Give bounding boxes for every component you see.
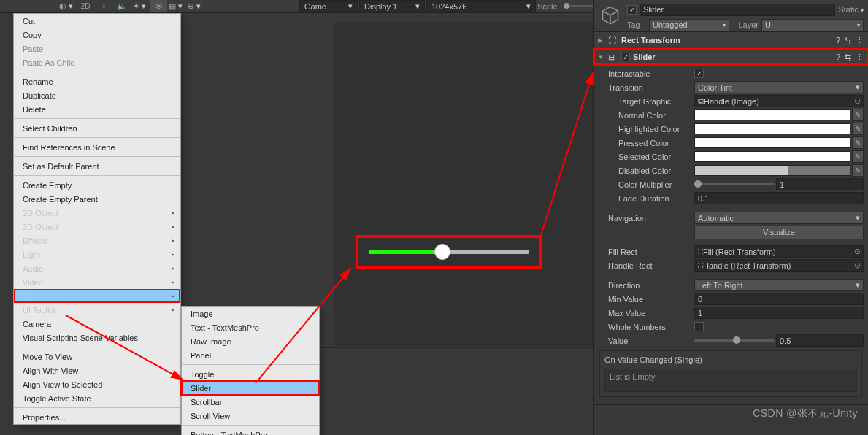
whole-numbers-checkbox[interactable] xyxy=(694,322,704,331)
menu-paste[interactable]: Paste xyxy=(14,42,180,55)
navigation-dropdown[interactable]: Automatic▾ xyxy=(694,212,864,224)
gameobject-icon[interactable] xyxy=(598,3,623,28)
menu-duplicate[interactable]: Duplicate xyxy=(14,88,180,102)
lighting-icon[interactable]: ♀ xyxy=(95,0,112,12)
navigation-label: Navigation xyxy=(598,214,691,223)
submenu-slider[interactable]: Slider xyxy=(182,381,319,395)
menu-rename[interactable]: Rename xyxy=(14,74,180,88)
menu-ui[interactable]: UI▸ xyxy=(14,289,180,303)
value-input[interactable] xyxy=(776,334,864,347)
game-tab-dropdown[interactable]: Game▾ xyxy=(299,0,358,12)
color-multiplier-slider[interactable] xyxy=(694,183,775,185)
menu-select-children[interactable]: Select Children xyxy=(14,121,180,135)
min-value-input[interactable] xyxy=(694,293,864,305)
menu-align-to-selected[interactable]: Align View to Selected xyxy=(14,377,180,391)
eyedropper-icon[interactable]: ✎ xyxy=(852,150,864,163)
fade-duration-label: Fade Duration xyxy=(598,194,691,203)
gameobject-active-checkbox[interactable] xyxy=(627,5,637,15)
menu-visual-scripting[interactable]: Visual Scripting Scene Variables xyxy=(14,331,180,344)
expand-icon[interactable]: ▼ xyxy=(598,54,605,61)
eyedropper-icon[interactable]: ✎ xyxy=(852,164,864,177)
eyedropper-icon[interactable]: ✎ xyxy=(852,136,864,149)
color-multiplier-input[interactable] xyxy=(776,178,864,190)
direction-dropdown[interactable]: Left To Right▾ xyxy=(694,279,864,291)
inspector-panel: Static ▾ Tag Untagged▾ Layer UI▾ ▶ ⛶ Rec… xyxy=(593,0,868,435)
submenu-scrollbar[interactable]: Scrollbar xyxy=(182,395,319,409)
tag-dropdown[interactable]: Untagged▾ xyxy=(649,19,729,31)
audio-icon[interactable]: 🔈 xyxy=(113,0,131,12)
display-dropdown[interactable]: Display 1▾ xyxy=(359,0,425,12)
slider-track[interactable] xyxy=(369,250,529,254)
help-icon[interactable]: ? xyxy=(836,36,840,45)
fade-duration-input[interactable] xyxy=(694,192,864,204)
max-value-input[interactable] xyxy=(694,307,864,319)
menu-ui-toolkit[interactable]: UI Toolkit▸ xyxy=(14,303,180,317)
menu-light[interactable]: Light▸ xyxy=(14,247,180,261)
submenu-button-tmp[interactable]: Button - TextMeshPro xyxy=(182,428,319,435)
scale-slider[interactable] xyxy=(564,5,593,7)
menu-find-refs[interactable]: Find References in Scene xyxy=(14,140,180,154)
slider-handle[interactable] xyxy=(434,244,450,260)
submenu-toggle[interactable]: Toggle xyxy=(182,367,319,381)
value-slider[interactable] xyxy=(694,339,775,342)
menu-paste-as-child[interactable]: Paste As Child xyxy=(14,55,180,69)
submenu-text-tmp[interactable]: Text - TextMeshPro xyxy=(182,320,319,334)
disabled-color-label: Disabled Color xyxy=(598,166,691,175)
submenu-scroll-view[interactable]: Scroll View xyxy=(182,409,319,423)
menu-effects[interactable]: Effects▸ xyxy=(14,234,180,247)
menu-copy[interactable]: Copy xyxy=(14,28,180,42)
resolution-dropdown[interactable]: 1024x576▾ xyxy=(426,0,536,12)
eyedropper-icon[interactable]: ✎ xyxy=(852,109,864,121)
watermark: CSDN @张不元-Unity xyxy=(753,407,858,420)
handle-rect-field[interactable]: ⸬ Handle (Rect Transform)⊙ xyxy=(694,259,864,272)
fx-icon[interactable]: ✦▾ xyxy=(131,0,149,12)
static-dropdown[interactable]: Static ▾ xyxy=(838,5,864,14)
expand-icon[interactable]: ▶ xyxy=(598,37,605,44)
normal-color-swatch[interactable] xyxy=(694,109,850,120)
highlighted-color-swatch[interactable] xyxy=(694,123,850,134)
visualize-button[interactable]: Visualize xyxy=(694,226,864,239)
menu-align-with-view[interactable]: Align With View xyxy=(14,363,180,377)
slider-component-header[interactable]: ▼ ⊟ Slider ?⇆⋮ xyxy=(594,49,868,65)
disabled-color-swatch[interactable] xyxy=(694,165,850,176)
help-icon[interactable]: ? xyxy=(836,53,840,62)
menu-2d-object[interactable]: 2D Object▸ xyxy=(14,206,180,220)
menu-camera[interactable]: Camera xyxy=(14,317,180,331)
eyedropper-icon[interactable]: ✎ xyxy=(852,123,864,135)
preset-icon[interactable]: ⇆ xyxy=(845,53,851,62)
menu-create-empty[interactable]: Create Empty xyxy=(14,178,180,192)
menu-delete[interactable]: Delete xyxy=(14,102,180,116)
fill-rect-field[interactable]: ⸬ Fill (Rect Transform)⊙ xyxy=(694,245,864,258)
pressed-color-swatch[interactable] xyxy=(694,137,850,148)
hierarchy-context-menu: Cut Copy Paste Paste As Child Rename Dup… xyxy=(13,13,181,425)
menu-icon[interactable]: ⋮ xyxy=(856,36,864,45)
submenu-raw-image[interactable]: Raw Image xyxy=(182,334,319,348)
menu-toggle-active[interactable]: Toggle Active State xyxy=(14,391,180,405)
menu-cut[interactable]: Cut xyxy=(14,14,180,28)
rect-transform-header[interactable]: ▶ ⛶ Rect Transform ?⇆⋮ xyxy=(594,32,868,48)
menu-3d-object[interactable]: 3D Object▸ xyxy=(14,220,180,234)
preset-icon[interactable]: ⇆ xyxy=(845,36,851,45)
rect-transform-component: ▶ ⛶ Rect Transform ?⇆⋮ xyxy=(594,32,868,49)
transition-dropdown[interactable]: Color Tint▾ xyxy=(694,81,864,93)
component-enabled-checkbox[interactable] xyxy=(621,53,630,61)
selected-color-swatch[interactable] xyxy=(694,151,850,162)
layer-dropdown[interactable]: UI▾ xyxy=(761,19,864,31)
target-graphic-field[interactable]: ⧉ Handle (Image)⊙ xyxy=(694,95,864,107)
menu-audio[interactable]: Audio▸ xyxy=(14,261,180,275)
mode-2d-button[interactable]: 2D xyxy=(77,0,94,12)
menu-create-empty-parent[interactable]: Create Empty Parent xyxy=(14,192,180,206)
interactable-checkbox[interactable] xyxy=(694,69,704,78)
visibility-icon[interactable]: 👁 xyxy=(150,0,167,12)
gizmos-icon[interactable]: ⊕▾ xyxy=(186,0,204,12)
camera-icon[interactable]: ▦▾ xyxy=(168,0,185,12)
menu-icon[interactable]: ⋮ xyxy=(856,53,864,62)
menu-move-to-view[interactable]: Move To View xyxy=(14,350,180,363)
submenu-image[interactable]: Image xyxy=(182,307,319,320)
submenu-panel[interactable]: Panel xyxy=(182,348,319,362)
menu-set-default-parent[interactable]: Set as Default Parent xyxy=(14,159,180,173)
menu-properties[interactable]: Properties... xyxy=(14,410,180,424)
menu-video[interactable]: Video▸ xyxy=(14,275,180,289)
shading-mode-button[interactable]: ◐▾ xyxy=(58,0,76,12)
gameobject-name-input[interactable] xyxy=(640,4,835,16)
